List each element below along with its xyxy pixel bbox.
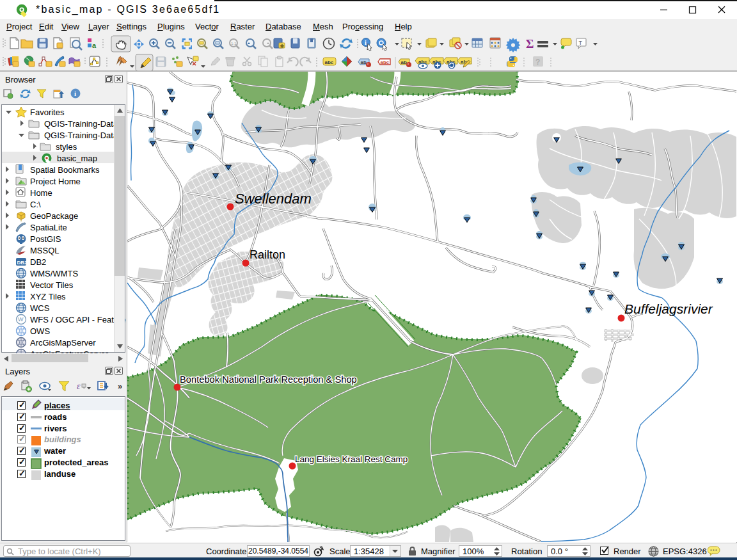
svg-text:ε: ε — [77, 381, 81, 391]
svg-text:T: T — [579, 40, 583, 46]
svg-text:1:1: 1:1 — [231, 42, 237, 45]
svg-text:Bontebok National Park Recepti: Bontebok National Park Reception & Shop — [180, 374, 357, 385]
svg-text:ab: ab — [401, 60, 407, 65]
svg-text:DB2: DB2 — [17, 260, 28, 266]
svg-text:abc: abc — [325, 60, 334, 65]
svg-text:Σ: Σ — [526, 37, 534, 51]
svg-text:Railton: Railton — [250, 248, 285, 261]
svg-text:»: » — [118, 381, 122, 391]
svg-text:abc: abc — [381, 60, 390, 65]
svg-text:?: ? — [535, 58, 540, 67]
svg-text:i: i — [74, 90, 76, 97]
svg-text:ab: ab — [361, 60, 367, 65]
svg-text:Swellendam: Swellendam — [235, 191, 312, 207]
svg-text:i: i — [365, 39, 367, 46]
svg-text:a: a — [92, 42, 97, 49]
svg-text:Buffeljagsrivier: Buffeljagsrivier — [624, 301, 713, 316]
svg-text:✱: ✱ — [280, 44, 285, 49]
svg-text:W: W — [18, 316, 24, 323]
svg-text:Lang Elsies Kraal Rest Camp: Lang Elsies Kraal Rest Camp — [295, 454, 408, 464]
